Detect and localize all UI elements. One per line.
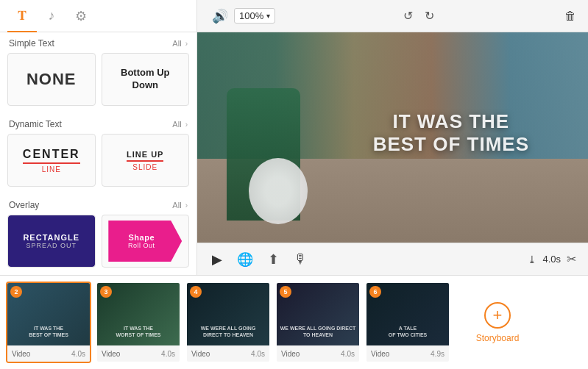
- shape-label: Shape: [128, 233, 155, 242]
- scissors-button[interactable]: ✂: [564, 249, 579, 269]
- shape-rollout-content: Shape Roll Out: [108, 221, 182, 262]
- lineup-sub: SLIDE: [127, 163, 163, 171]
- tab-text[interactable]: 𝐓: [7, 0, 37, 32]
- overlay-card-shape-rollout[interactable]: Shape Roll Out: [102, 215, 190, 268]
- globe-button[interactable]: 🌐: [231, 248, 259, 271]
- bottom-up-down-label: Bottom UpDown: [121, 67, 169, 92]
- center-line-content: CENTER LINE: [23, 148, 80, 173]
- shape-sub: Roll Out: [128, 242, 155, 249]
- storyboard-button[interactable]: + Storyboard: [455, 282, 540, 363]
- clip-duration-5: 4.0s: [341, 350, 355, 358]
- overlay-title: Overlay: [9, 200, 39, 210]
- simple-text-title: Simple Text: [9, 38, 54, 49]
- film-clip-5[interactable]: 5 WE WERE ALL GOING DIRECTTO HEAVEN Vide…: [275, 282, 361, 363]
- time-display: 4.0s: [542, 254, 561, 265]
- clip-duration-3: 4.0s: [161, 350, 175, 358]
- lineup-slide-content: LINE UP SLIDE: [127, 150, 163, 171]
- rect-sub: SPREAD OUT: [26, 242, 77, 249]
- clip-text-2: IT WAS THEBEST OF TIMES: [10, 326, 87, 338]
- filmstrip: 2 IT WAS THEBEST OF TIMES Video 4.0s 3 I…: [0, 275, 588, 369]
- clip-thumb-6: 6 A TALEOF TWO CITIES: [366, 283, 449, 345]
- none-label: NONE: [26, 70, 77, 89]
- tab-bar: 𝐓 ♪ ⚙: [0, 0, 196, 32]
- simple-text-header: Simple Text All ›: [0, 32, 196, 53]
- clip-footer-6: Video 4.9s: [366, 345, 449, 362]
- chevron-right-icon3: ›: [185, 201, 188, 209]
- clip-footer-3: Video 4.0s: [97, 345, 180, 362]
- overlay-grid: RECTANGLE SPREAD OUT Shape Roll Out: [0, 215, 196, 275]
- storyboard-label: Storyboard: [476, 333, 520, 343]
- clip-thumb-2: 2 IT WAS THEBEST OF TIMES: [7, 283, 90, 345]
- clip-duration-4: 4.0s: [251, 350, 265, 358]
- tab-music[interactable]: ♪: [37, 0, 66, 32]
- chevron-right-icon: ›: [185, 40, 188, 48]
- text-card-center-line[interactable]: CENTER LINE: [7, 134, 96, 187]
- tab-settings[interactable]: ⚙: [66, 0, 96, 32]
- left-panel: 𝐓 ♪ ⚙ Simple Text All › NONE: [0, 0, 197, 275]
- overlay-header: Overlay All ›: [0, 194, 196, 215]
- lineup-label: LINE UP: [127, 150, 163, 162]
- clip-number-6: 6: [369, 286, 381, 298]
- video-text-line1: IT WAS THE: [373, 110, 529, 133]
- text-icon: 𝐓: [18, 8, 26, 24]
- zoom-control[interactable]: 100% ▾: [234, 8, 275, 24]
- undo-button[interactable]: ↺: [400, 6, 416, 26]
- overlay-card-rectangle[interactable]: RECTANGLE SPREAD OUT: [7, 215, 96, 268]
- clip-thumb-5: 5 WE WERE ALL GOING DIRECTTO HEAVEN: [277, 283, 359, 345]
- main-area: 𝐓 ♪ ⚙ Simple Text All › NONE: [0, 0, 588, 275]
- clip-number-3: 3: [100, 286, 112, 298]
- text-card-lineup-slide[interactable]: LINE UP SLIDE: [102, 134, 190, 187]
- rectangle-spread-content: RECTANGLE SPREAD OUT: [8, 215, 95, 267]
- clip-label-2: Video: [12, 350, 30, 358]
- clip-number-2: 2: [10, 286, 22, 298]
- volume-button[interactable]: 🔊: [206, 5, 234, 27]
- clip-duration-2: 4.0s: [71, 350, 85, 358]
- panel-content: Simple Text All › NONE Bottom UpDown Dyn…: [0, 32, 196, 275]
- clip-number-4: 4: [190, 286, 202, 298]
- center-label: CENTER: [23, 148, 80, 164]
- redo-button[interactable]: ↻: [422, 6, 437, 26]
- video-overlay-text: IT WAS THE BEST OF TIMES: [373, 110, 529, 156]
- video-preview: 🔊 100% ▾ ↺ ↻ 🗑 IT WAS THE BEST OF TIMES: [197, 0, 588, 275]
- chevron-right-icon2: ›: [185, 121, 188, 129]
- zoom-dropdown-icon: ▾: [266, 12, 270, 20]
- text-card-none[interactable]: NONE: [7, 53, 96, 106]
- simple-text-grid: NONE Bottom UpDown: [0, 53, 196, 113]
- upload-button[interactable]: ⬆: [262, 248, 285, 271]
- clip-number-5: 5: [280, 286, 291, 298]
- clip-label-4: Video: [191, 350, 210, 358]
- play-button[interactable]: ▶: [206, 248, 228, 271]
- clip-thumb-4: 4 WE WERE ALL GOINGDIRECT TO HEAVEN: [187, 283, 269, 345]
- video-bottom-bar: ▶ 🌐 ⬆ 🎙 ⤓ 4.0s ✂: [197, 243, 588, 275]
- clip-label-5: Video: [281, 350, 300, 358]
- scene-flowers: [249, 158, 308, 224]
- settings-icon: ⚙: [75, 8, 87, 24]
- clip-footer-4: Video 4.0s: [187, 345, 269, 362]
- clip-text-3: IT WAS THEWORST OF TIMES: [100, 326, 177, 338]
- zoom-level: 100%: [239, 10, 263, 21]
- delete-button[interactable]: 🗑: [562, 7, 579, 26]
- storyboard-plus-icon: +: [484, 302, 511, 329]
- clip-text-6: A TALEOF TWO CITIES: [369, 326, 446, 338]
- clip-duration-6: 4.9s: [431, 350, 444, 358]
- clip-label-6: Video: [371, 350, 389, 358]
- film-clip-3[interactable]: 3 IT WAS THEWORST OF TIMES Video 4.0s: [96, 282, 181, 363]
- video-text-line2: BEST OF TIMES: [373, 133, 529, 156]
- clip-text-4: WE WERE ALL GOINGDIRECT TO HEAVEN: [190, 326, 266, 338]
- clip-thumb-3: 3 IT WAS THEWORST OF TIMES: [97, 283, 180, 345]
- film-clip-4[interactable]: 4 WE WERE ALL GOINGDIRECT TO HEAVEN Vide…: [185, 282, 271, 363]
- film-clip-2[interactable]: 2 IT WAS THEBEST OF TIMES Video 4.0s: [6, 282, 91, 363]
- dynamic-text-header: Dynamic Text All ›: [0, 113, 196, 134]
- overlay-all[interactable]: All ›: [172, 201, 188, 209]
- dynamic-text-grid: CENTER LINE LINE UP SLIDE: [0, 134, 196, 194]
- mic-button[interactable]: 🎙: [288, 248, 313, 270]
- split-button[interactable]: ⤓: [522, 251, 542, 268]
- video-top-bar: 🔊 100% ▾ ↺ ↻ 🗑: [197, 0, 588, 32]
- clip-footer-5: Video 4.0s: [277, 345, 359, 362]
- text-card-bottom-up-down[interactable]: Bottom UpDown: [102, 53, 190, 106]
- clip-footer-2: Video 4.0s: [7, 345, 90, 362]
- dynamic-text-all[interactable]: All ›: [172, 120, 188, 129]
- clip-label-3: Video: [102, 350, 120, 358]
- film-clip-6[interactable]: 6 A TALEOF TWO CITIES Video 4.9s: [365, 282, 450, 363]
- simple-text-all[interactable]: All ›: [172, 39, 188, 48]
